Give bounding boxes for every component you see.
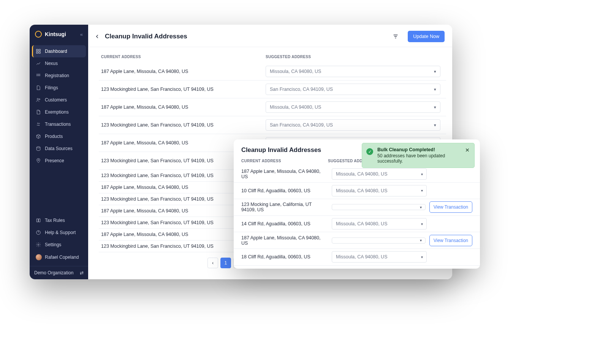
cell-current-address: 187 Apple Lane, Missoula, CA 94080, US [101,104,266,110]
select-value: Missoula, CA 94080, US [270,104,321,110]
sidebar-item-registration[interactable]: Registration [32,70,86,82]
sidebar-item-label: Transactions [45,122,71,127]
sidebar-item-label: Presence [45,158,64,163]
select-value: Missoula, CA 94080, US [270,69,321,74]
sidebar-nav: Dashboard Nexus Registration Filings Cus… [30,43,88,214]
suggested-address-select[interactable]: San Francisco, CA 94109, US [266,84,440,95]
brand: Kintsugi « [30,25,88,43]
overlay-suggested-select[interactable] [332,237,426,244]
sidebar-item-help[interactable]: Help & Support [32,226,86,239]
svg-point-15 [38,244,39,245]
overlay-suggested-select[interactable]: Missoula, CA 94080, US [332,185,427,196]
overlay-column-current: CURRENT ADDRESS [241,159,328,163]
sidebar-item-label: Dashboard [45,49,67,54]
brand-name: Kintsugi [45,31,66,37]
view-transaction-button[interactable]: View Transaction [429,201,472,213]
help-icon [36,230,41,235]
sidebar-item-label: Help & Support [45,230,76,235]
sidebar: Kintsugi « Dashboard Nexus Registration … [30,25,88,279]
overlay-suggested-select[interactable]: Missoula, CA 94080, US [332,168,427,180]
sidebar-item-label: Settings [45,242,61,247]
sidebar-item-label: Registration [45,73,69,78]
suggested-address-select[interactable]: Missoula, CA 94080, US [266,101,440,113]
sidebar-item-label: Data Sources [45,146,73,151]
brand-logo-icon [35,31,42,38]
overlay-row: 187 Apple Lane, Missoula, CA 94080, USMi… [234,166,480,183]
sidebar-item-products[interactable]: Products [32,130,86,142]
overlay-row: 123 Mocking Lane, California, UT 94109, … [234,199,480,216]
sidebar-item-customers[interactable]: Customers [32,94,86,106]
back-icon[interactable] [93,33,101,40]
sidebar-item-label: Nexus [45,61,58,66]
column-header-suggested: SUGGESTED ADDRESS [266,55,444,59]
select-value: San Francisco, CA 94109, US [270,122,333,128]
overlay-card: Cleanup Invalid Addresses CURRENT ADDRES… [234,139,480,269]
sidebar-item-label: Exemptions [45,109,69,115]
sidebar-item-filings[interactable]: Filings [32,82,86,94]
cell-current-address: 123 Mockingbird Lane, San Francisco, UT … [101,87,266,92]
svg-point-5 [38,74,39,75]
svg-point-12 [36,147,40,148]
users-icon [36,97,41,103]
close-icon[interactable]: ✕ [464,147,470,153]
sidebar-item-exemptions[interactable]: Exemptions [32,106,86,118]
svg-point-11 [39,99,40,100]
cell-current-address: 187 Apple Lane, Missoula, CA 94080, US [101,69,266,74]
svg-point-8 [38,75,39,76]
overlay-current-address: 123 Mocking Lane, California, UT 94109, … [241,202,328,212]
overlay-current-address: 14 Cliff Rd, Aguadilla, 00603, US [241,221,328,226]
database-icon [36,146,41,151]
cell-suggested-address: San Francisco, CA 94109, US [266,84,444,95]
sidebar-item-transactions[interactable]: Transactions [32,118,86,130]
toast-title: Bulk Cleanup Completed! [377,147,462,152]
dashboard-icon [36,49,41,54]
filter-icon[interactable] [392,33,399,40]
view-transaction-button[interactable]: View Transaction [429,235,472,246]
overlay-row: 18 Cliff Rd, Aguadilla, 00603, USMissoul… [234,249,480,266]
toast-message: 50 addresses have been updated successfu… [377,153,462,164]
sidebar-item-dashboard[interactable]: Dashboard [32,45,86,57]
sidebar-bottom: Tax Rules Help & Support Settings Rafael… [30,214,88,266]
overlay-suggested-select[interactable]: Missoula, CA 94080, US [332,218,427,229]
sidebar-user[interactable]: Rafael Copeland [32,251,86,264]
svg-point-9 [40,75,40,76]
page-button[interactable]: 1 [220,258,231,268]
sidebar-item-data-sources[interactable]: Data Sources [32,142,86,155]
select-value: Missoula, CA 94080, US [336,171,388,177]
org-switcher[interactable]: Demo Organization ⇄ [30,266,88,279]
table-header-row: CURRENT ADDRESS SUGGESTED ADDRESS [99,51,446,63]
sidebar-item-label: Customers [45,97,67,103]
page-prev-button[interactable]: ‹ [207,258,218,268]
svg-point-4 [37,74,38,75]
swap-icon: ⇄ [80,270,84,275]
table-row: 187 Apple Lane, Missoula, CA 94080, USMi… [99,98,446,116]
suggested-address-select[interactable]: Missoula, CA 94080, US [266,66,440,77]
grid-icon [36,73,41,78]
pin-icon [36,158,41,163]
svg-rect-2 [36,52,38,53]
svg-point-10 [37,98,39,100]
column-header-current: CURRENT ADDRESS [101,55,266,59]
user-name: Rafael Copeland [45,255,79,260]
suggested-address-select[interactable]: San Francisco, CA 94109, US [266,119,440,131]
avatar [36,254,42,260]
org-name: Demo Organization [34,270,73,275]
toast-success: ✓ Bulk Cleanup Completed! 50 addresses h… [362,143,475,168]
update-now-button[interactable]: Update Now [408,31,445,42]
cube-icon [36,134,41,139]
book-icon [36,218,41,223]
sidebar-item-settings[interactable]: Settings [32,239,86,251]
sidebar-item-tax-rules[interactable]: Tax Rules [32,214,86,226]
overlay-suggested-select[interactable] [332,204,426,210]
cell-suggested-address: San Francisco, CA 94109, US [266,119,444,131]
collapse-sidebar-icon[interactable]: « [80,32,83,37]
document-icon [36,85,41,90]
sidebar-item-nexus[interactable]: Nexus [32,57,86,70]
overlay-current-address: 187 Apple Lane, Missoula, CA 94080, US [241,235,328,246]
sidebar-item-presence[interactable]: Presence [32,155,86,167]
svg-rect-1 [39,49,40,51]
overlay-suggested-select[interactable]: Missoula, CA 94080, US [332,251,427,263]
svg-point-7 [37,75,38,76]
select-value: Missoula, CA 94080, US [336,221,388,226]
table-row: 123 Mockingbird Lane, San Francisco, UT … [99,81,446,98]
